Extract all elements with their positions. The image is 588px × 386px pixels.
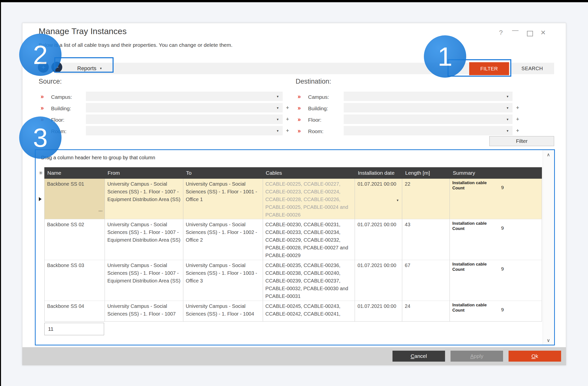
annotation-box-reports (54, 57, 114, 73)
chevron-down-icon: ▼ (276, 129, 279, 133)
vertical-scrollbar[interactable]: ∧ ∨ (543, 150, 554, 345)
page-title: Manage Tray Instances (39, 26, 127, 36)
source-building-dropdown[interactable]: ▼ (86, 103, 283, 112)
chevron-down-icon: ▼ (506, 129, 509, 133)
chevron-down-icon: ▼ (276, 118, 279, 121)
ok-button[interactable]: Ok (509, 351, 561, 362)
destination-room-dropdown[interactable]: ▼ (344, 126, 513, 135)
column-header-cables[interactable]: Cables (263, 167, 355, 179)
grid-body: Backbone SS 01 ... University Campus - S… (44, 179, 542, 322)
cell-name[interactable]: Backbone SS 04 (45, 301, 105, 321)
chevron-down-icon[interactable]: ▼ (396, 197, 399, 204)
destination-campus-dropdown[interactable]: ▼ (344, 92, 513, 101)
cell-to[interactable]: University Campus - Social Sciences (SS)… (183, 219, 263, 260)
chevron-icon: » (298, 105, 301, 111)
column-header-summary[interactable]: Summary (450, 167, 542, 179)
cell-to[interactable]: University Campus - Social Sciences (SS)… (183, 301, 263, 321)
summary-count: 9 (501, 184, 504, 218)
annotation-step-3: 3 (19, 116, 62, 159)
chevron-icon: » (41, 93, 44, 100)
cell-length[interactable]: 24 (402, 301, 450, 321)
cell-cables[interactable]: CCABLE-00245, CCABLE-00243, CCABLE-00242… (263, 301, 355, 321)
summary-label: Installation cable Count (452, 180, 492, 218)
summary-label: Installation cable Count (452, 302, 492, 320)
destination-floor-label: Floor: (308, 117, 322, 123)
source-campus-dropdown[interactable]: ▼ (86, 92, 283, 101)
scroll-down-icon[interactable]: ∨ (543, 336, 554, 345)
minimize-icon[interactable]: — (512, 26, 519, 34)
row-selector-header: ✳ (37, 167, 44, 179)
ellipsis-button[interactable]: ... (98, 206, 103, 214)
current-row-indicator (39, 197, 42, 201)
cell-to[interactable]: University Campus - Social Sciences (SS)… (183, 179, 263, 219)
apply-button[interactable]: Apply (451, 351, 503, 362)
maximize-icon[interactable] (527, 31, 533, 36)
frame-top-edge (0, 0, 588, 2)
cell-cables[interactable]: CCABLE-00225, CCABLE-00227, CCABLE-00223… (263, 179, 355, 219)
summary-label: Installation cable Count (452, 221, 492, 258)
filter-button[interactable]: Filter (489, 136, 554, 146)
source-building-add-icon[interactable]: + (286, 105, 289, 111)
cell-installation-date[interactable]: 01.07.2021 00:00 (355, 301, 402, 321)
cell-installation-date[interactable]: 01.07.2021 00:00 ▼ (355, 179, 402, 219)
column-header-name[interactable]: Name (44, 167, 105, 179)
column-header-from[interactable]: From (105, 167, 183, 179)
table-row[interactable]: Backbone SS 01 ... University Campus - S… (45, 179, 542, 219)
cell-name[interactable]: Backbone SS 01 ... (45, 179, 105, 219)
destination-building-add-icon[interactable]: + (516, 105, 519, 111)
chevron-down-icon: ▼ (276, 106, 279, 110)
summary-count: 9 (501, 265, 504, 299)
source-section-title: Source: (39, 78, 62, 85)
annotation-step-2: 2 (19, 34, 62, 76)
cell-length[interactable]: 67 (402, 260, 450, 301)
source-floor-add-icon[interactable]: + (286, 116, 289, 122)
column-header-length[interactable]: Length [m] (402, 167, 450, 179)
chevron-down-icon: ▼ (506, 106, 509, 110)
cell-length[interactable]: 43 (402, 219, 450, 260)
close-icon[interactable]: ✕ (540, 29, 546, 37)
source-room-add-icon[interactable]: + (286, 127, 289, 134)
scroll-up-icon[interactable]: ∧ (543, 150, 554, 159)
summary-count: 9 (501, 224, 504, 258)
cell-summary: Installation cable Count 9 (450, 219, 542, 260)
annotation-step-1: 1 (424, 35, 466, 78)
asterisk-icon: ✳ (39, 170, 43, 176)
source-floor-dropdown[interactable]: ▼ (86, 114, 283, 124)
column-header-to[interactable]: To (183, 167, 263, 179)
table-row[interactable]: Backbone SS 04 University Campus - Socia… (45, 301, 542, 322)
destination-floor-dropdown[interactable]: ▼ (344, 114, 513, 124)
cell-from[interactable]: University Campus - Social Sciences (SS)… (105, 179, 183, 219)
column-header-installation-date[interactable]: Installation date (355, 167, 402, 179)
chevron-icon: » (41, 105, 44, 111)
record-count-input[interactable] (44, 323, 104, 335)
cell-summary: Installation cable Count 9 (450, 301, 542, 321)
cell-summary: Installation cable Count 9 (450, 260, 542, 301)
cell-installation-date[interactable]: 01.07.2021 00:00 (355, 219, 402, 260)
cell-to[interactable]: University Campus - Social Sciences (SS)… (183, 260, 263, 301)
cell-from[interactable]: University Campus - Social Sciences (SS)… (105, 219, 183, 260)
chevron-icon: » (298, 93, 301, 100)
destination-building-dropdown[interactable]: ▼ (344, 103, 513, 112)
cell-from[interactable]: University Campus - Social Sciences (SS)… (105, 260, 183, 301)
cell-name[interactable]: Backbone SS 03 (45, 260, 105, 301)
table-row[interactable]: Backbone SS 02 University Campus - Socia… (45, 219, 542, 260)
chevron-icon: » (298, 116, 301, 123)
cell-from[interactable]: University Campus - Social Sciences (SS)… (105, 301, 183, 321)
chevron-down-icon: ▼ (506, 95, 509, 98)
destination-floor-add-icon[interactable]: + (516, 116, 519, 122)
destination-campus-label: Campus: (308, 94, 329, 100)
frame-left-edge (0, 0, 1, 386)
cell-name[interactable]: Backbone SS 02 (45, 219, 105, 260)
destination-room-add-icon[interactable]: + (516, 127, 519, 134)
cell-cables[interactable]: CCABLE-00235, CCABLE-00236, CCABLE-00238… (263, 260, 355, 301)
cancel-button[interactable]: Cancel (392, 351, 445, 362)
page-subtitle: Below is a list of all cable trays and t… (39, 42, 233, 48)
source-room-dropdown[interactable]: ▼ (86, 126, 283, 135)
cell-cables[interactable]: CCABLE-00230, CCABLE-00231, CCABLE-00233… (263, 219, 355, 260)
summary-count: 9 (501, 306, 504, 320)
cell-length[interactable]: 22 (402, 179, 450, 219)
table-row[interactable]: Backbone SS 03 University Campus - Socia… (45, 260, 542, 301)
help-icon[interactable]: ? (499, 29, 503, 37)
cell-installation-date[interactable]: 01.07.2021 00:00 (355, 260, 402, 301)
search-tab[interactable]: SEARCH (511, 63, 553, 74)
